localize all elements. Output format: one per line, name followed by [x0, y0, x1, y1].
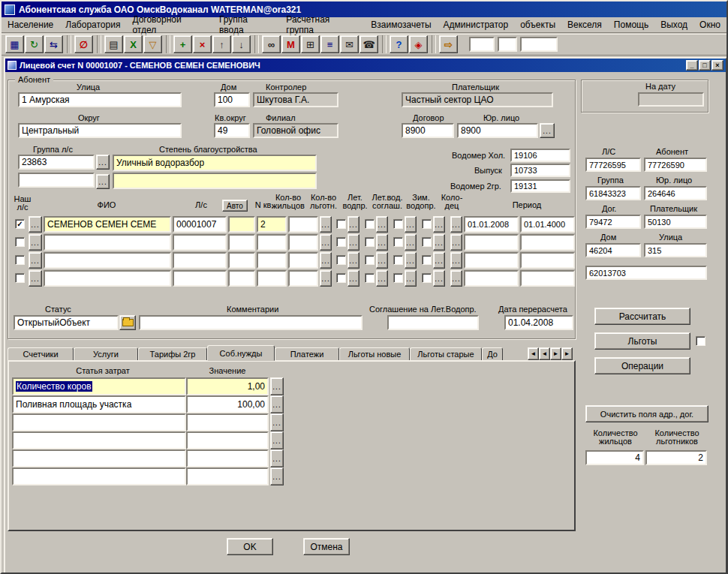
jur-field[interactable]: 8900: [457, 123, 538, 138]
tab-dogovory[interactable]: До: [482, 347, 503, 361]
add-record-button[interactable]: +: [173, 35, 192, 53]
needs-value-cell[interactable]: [186, 431, 269, 449]
let-vodpr-checkbox[interactable]: [336, 219, 346, 229]
refresh-button[interactable]: ↻: [25, 35, 44, 53]
zhiltsov-field[interactable]: 2: [257, 216, 287, 233]
district-field[interactable]: Центральный: [18, 123, 182, 138]
close-button[interactable]: ×: [711, 60, 723, 71]
kolodec-checkbox[interactable]: [422, 273, 432, 283]
print-button[interactable]: ▤: [104, 35, 123, 53]
let-vodpr-lookup-button[interactable]: ...: [347, 216, 359, 233]
maximize-button[interactable]: □: [699, 60, 711, 71]
benefits-checkbox[interactable]: [696, 336, 705, 346]
contract-field[interactable]: 8900: [402, 123, 454, 138]
fio-field[interactable]: СЕМЕНОВ СЕМЕН СЕМЕ: [44, 216, 171, 233]
zim-vodopr-lookup-button[interactable]: ...: [405, 216, 417, 233]
group-ls2-lookup-button[interactable]: ...: [96, 174, 110, 189]
row-lookup-button[interactable]: ...: [29, 234, 42, 251]
recalc-date-field[interactable]: 01.04.2008: [504, 315, 573, 330]
needs-lookup-button[interactable]: ...: [270, 449, 284, 467]
group-ls-lookup-button[interactable]: ...: [96, 155, 110, 170]
menu-obekty[interactable]: объекты: [514, 18, 561, 32]
menu-vzaimozachety[interactable]: Взаимозачеты: [365, 18, 437, 32]
delete-record-button[interactable]: ×: [193, 35, 212, 53]
phone-button[interactable]: ☎: [359, 35, 378, 53]
lgotn-field[interactable]: [288, 234, 318, 251]
needs-value-cell[interactable]: 1,00: [186, 377, 269, 395]
ok-button[interactable]: OK: [227, 538, 273, 555]
row-checkbox[interactable]: [15, 237, 25, 247]
letvod-soglash-checkbox[interactable]: [365, 219, 375, 229]
kvdistrict-field[interactable]: 49: [214, 123, 250, 138]
tab-platezhi[interactable]: Платежи: [275, 347, 339, 361]
fio-field[interactable]: [44, 252, 171, 269]
kolodec-lookup-button[interactable]: ...: [433, 234, 445, 251]
tab-lgoty-novye[interactable]: Льготы новые: [339, 347, 410, 361]
benefits-button[interactable]: Льготы: [594, 332, 690, 350]
filter-button[interactable]: ▽: [143, 35, 162, 53]
period-to-field[interactable]: [520, 252, 575, 269]
jur-lookup-button[interactable]: ...: [540, 123, 555, 138]
zim-vodopr-checkbox[interactable]: [393, 255, 403, 265]
toolbar-input-3[interactable]: [520, 37, 558, 52]
period-lookup-button[interactable]: ...: [450, 234, 462, 251]
ondate-field[interactable]: [638, 92, 704, 107]
needs-value-cell[interactable]: 100,00: [186, 395, 269, 413]
fio-field[interactable]: [44, 270, 171, 287]
needs-lookup-button[interactable]: ...: [270, 467, 284, 485]
zhiltsov-field[interactable]: [257, 234, 287, 251]
menu-vykhod[interactable]: Выход: [654, 18, 693, 32]
period-lookup-button[interactable]: ...: [450, 270, 462, 287]
menu-okno[interactable]: Окно: [693, 18, 726, 32]
period-to-field[interactable]: [520, 270, 575, 287]
nkv-field[interactable]: [228, 270, 255, 287]
kolodec-lookup-button[interactable]: ...: [433, 252, 445, 269]
tab-scroll-last-icon[interactable]: ►: [561, 347, 573, 360]
menu-laboratoriya[interactable]: Лаборатория: [59, 18, 126, 32]
letvod-soglash-checkbox[interactable]: [365, 237, 375, 247]
needs-name-cell[interactable]: Поливная площадь участка: [12, 395, 186, 413]
zim-vodopr-lookup-button[interactable]: ...: [405, 234, 417, 251]
journal-button[interactable]: ◈: [409, 35, 428, 53]
save-button[interactable]: ▦: [5, 35, 24, 53]
tab-scroll-left-icon[interactable]: ◄: [539, 347, 550, 360]
street-field[interactable]: 1 Амурская: [18, 92, 182, 107]
ls-field[interactable]: [173, 252, 227, 269]
let-vodpr-lookup-button[interactable]: ...: [347, 234, 359, 251]
needs-lookup-button[interactable]: ...: [270, 431, 284, 449]
meter2-field[interactable]: 19131: [510, 179, 570, 193]
menu-vekselya[interactable]: Векселя: [561, 18, 608, 32]
needs-lookup-button[interactable]: ...: [270, 395, 284, 413]
kolodec-checkbox[interactable]: [422, 255, 432, 265]
menu-pomosch[interactable]: Помощь: [608, 18, 654, 32]
block-button[interactable]: ∅: [74, 35, 93, 53]
letvod-soglash-lookup-button[interactable]: ...: [376, 216, 388, 233]
mail-button[interactable]: ✉: [340, 35, 359, 53]
row-checkbox[interactable]: [15, 255, 25, 265]
export-excel-button[interactable]: X: [124, 35, 143, 53]
lgotn-lookup-button[interactable]: ...: [320, 270, 332, 287]
help-button[interactable]: ?: [390, 35, 408, 53]
needs-value-cell[interactable]: [186, 449, 269, 467]
needs-name-cell[interactable]: [12, 431, 186, 449]
calculate-button[interactable]: Рассчитать: [594, 308, 690, 325]
tab-tarify-2gr[interactable]: Тарифы 2гр: [138, 347, 207, 361]
meters-button[interactable]: М: [281, 35, 300, 53]
lgotn-field[interactable]: [288, 270, 318, 287]
lgotn-field[interactable]: [288, 252, 318, 269]
zim-vodopr-lookup-button[interactable]: ...: [405, 252, 417, 269]
needs-lookup-button[interactable]: ...: [270, 377, 284, 395]
row-lookup-button[interactable]: ...: [29, 270, 42, 287]
kolodec-checkbox[interactable]: [422, 237, 432, 247]
ls-field[interactable]: [173, 270, 227, 287]
tab-schetchiki[interactable]: Счетчики: [8, 347, 74, 361]
letvod-soglash-lookup-button[interactable]: ...: [376, 252, 388, 269]
let-vodpr-checkbox[interactable]: [336, 273, 346, 283]
document-button[interactable]: ≡: [320, 35, 339, 53]
exit-button[interactable]: ⇨: [439, 35, 458, 53]
ls-field[interactable]: [173, 234, 227, 251]
zhiltsov-field[interactable]: [257, 252, 287, 269]
needs-name-cell[interactable]: [12, 413, 186, 431]
period-from-field[interactable]: [464, 252, 519, 269]
nkv-field[interactable]: [228, 252, 255, 269]
